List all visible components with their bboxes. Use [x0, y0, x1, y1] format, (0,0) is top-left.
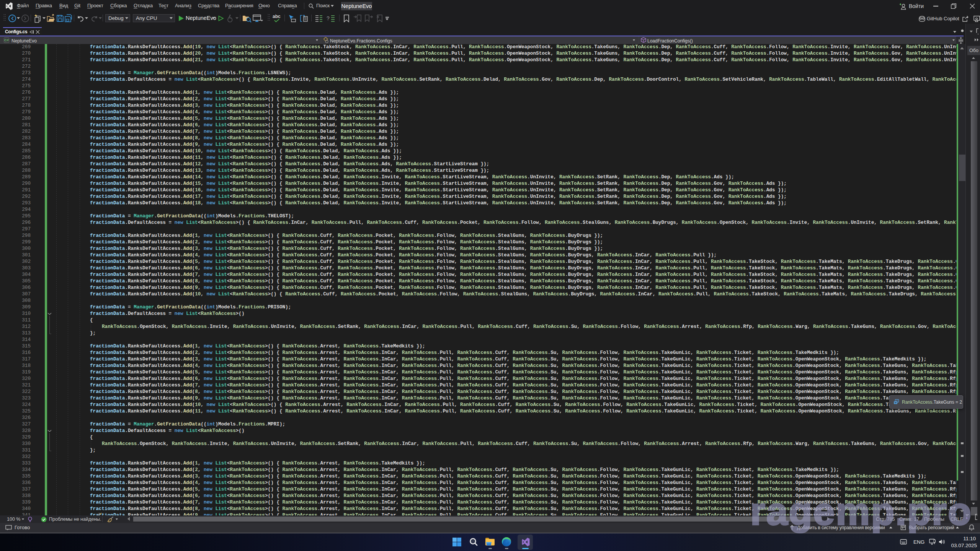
svg-text:ragemp.pro: ragemp.pro [750, 490, 972, 533]
svg-text:?: ? [327, 15, 330, 21]
